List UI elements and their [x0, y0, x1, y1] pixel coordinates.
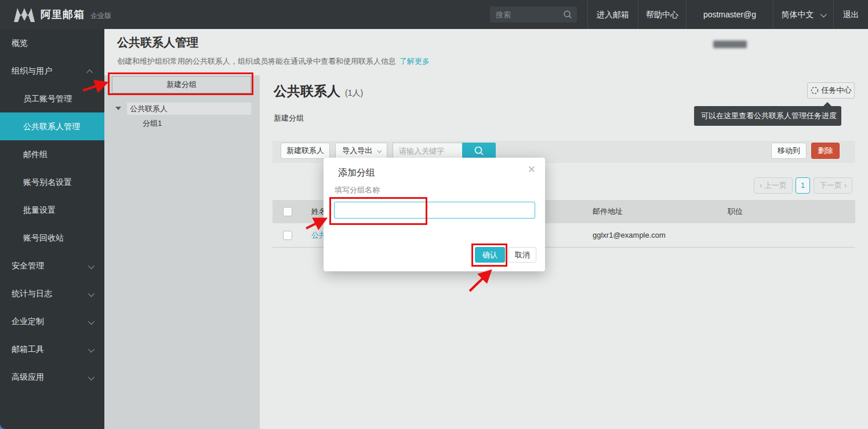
modal-title: 添加分组 [338, 167, 375, 179]
search-icon[interactable] [563, 10, 572, 19]
add-group-modal: 添加分组 ✕ 填写分组名称 确认 取消 [324, 158, 545, 271]
new-group-button[interactable]: 新建分组 [112, 76, 251, 93]
sidebar-item-security[interactable]: 安全管理 [0, 252, 104, 279]
column-header-title: 职位 [728, 200, 743, 223]
task-center-label: 任务中心 [822, 85, 852, 96]
chevron-down-icon [88, 318, 95, 325]
page-title: 公共联系人管理 [117, 35, 198, 50]
keyword-search-button[interactable] [462, 143, 496, 159]
delete-button[interactable]: 删除 [811, 143, 840, 159]
sidebar-item-label: 邮箱工具 [12, 344, 44, 354]
page-description: 创建和维护组织常用的公共联系人，组织成员将能在通讯录中查看和使用联系人信息了解更… [117, 56, 430, 67]
column-header-email: 邮件地址 [593, 200, 623, 223]
top-bar: 阿里邮箱 企业版 进入邮箱 帮助中心 postmaster@g 简体中文 退出 [0, 0, 868, 29]
brand-edition: 企业版 [90, 11, 111, 21]
sidebar-item-label: 概览 [12, 38, 28, 48]
page-number-button[interactable]: 1 [796, 177, 810, 194]
close-icon[interactable]: ✕ [528, 163, 536, 176]
select-all-checkbox[interactable] [283, 207, 292, 216]
sidebar-item-mail-groups[interactable]: 邮件组 [0, 140, 104, 168]
sidebar-item-overview[interactable]: 概览 [0, 29, 104, 57]
chevron-down-icon [88, 374, 95, 380]
sidebar-nav: 概览 组织与用户 员工账号管理 公共联系人管理 邮件组 账号别名设置 批量设置 … [0, 29, 104, 429]
sidebar-item-label: 邮件组 [23, 150, 48, 159]
brand: 阿里邮箱 企业版 [14, 0, 111, 29]
prev-page-button[interactable]: ‹ 上一页 [754, 177, 793, 194]
import-export-label: 导入导出 [342, 146, 372, 155]
sidebar-item-stats-logs[interactable]: 统计与日志 [0, 279, 104, 307]
cancel-button[interactable]: 取消 [509, 247, 536, 263]
admin-console: 阿里邮箱 企业版 进入邮箱 帮助中心 postmaster@g 简体中文 退出 … [0, 0, 868, 429]
group-name-label: 填写分组名称 [335, 185, 380, 195]
sidebar-item-label: 员工账号管理 [23, 94, 72, 103]
sidebar-item-label: 账号回收站 [23, 233, 64, 242]
sidebar-item-alias-settings[interactable]: 账号别名设置 [0, 168, 104, 196]
page-description-text: 创建和维护组织常用的公共联系人，组织成员将能在通讯录中查看和使用联系人信息 [117, 57, 396, 66]
new-contact-button[interactable]: 新建联系人 [281, 143, 330, 159]
import-export-button[interactable]: 导入导出 [335, 143, 387, 159]
logout-label: 退出 [843, 10, 859, 19]
tooltip-arrow [823, 102, 831, 106]
account-menu[interactable]: postmaster@g [686, 0, 773, 29]
chevron-down-icon [88, 290, 95, 297]
task-center-icon [811, 86, 819, 94]
language-label: 简体中文 [782, 10, 814, 19]
brand-name: 阿里邮箱 [41, 8, 85, 21]
sidebar-item-label: 批量设置 [23, 205, 56, 214]
sidebar-item-enterprise-custom[interactable]: 企业定制 [0, 307, 104, 335]
next-page-button[interactable]: 下一页 › [813, 177, 852, 194]
chevron-down-icon [88, 263, 95, 269]
row-checkbox[interactable] [283, 231, 292, 240]
sidebar-item-org-users[interactable]: 组织与用户 [0, 57, 104, 85]
account-label: postmaster@g [703, 10, 756, 19]
sidebar-item-label: 高级应用 [12, 372, 44, 381]
keyword-search-input[interactable] [393, 143, 462, 159]
sidebar-item-label: 安全管理 [12, 261, 44, 270]
move-to-button[interactable]: 移动到 [771, 143, 807, 159]
sidebar-item-account-recycle[interactable]: 账号回收站 [0, 224, 104, 252]
language-menu[interactable]: 简体中文 [773, 0, 833, 29]
sidebar-item-label: 账号别名设置 [23, 177, 72, 187]
chevron-down-icon [377, 148, 382, 152]
help-center-label: 帮助中心 [646, 10, 678, 19]
logout-button[interactable]: 退出 [833, 0, 868, 29]
sidebar-item-public-contacts[interactable]: 公共联系人管理 [0, 112, 104, 140]
sidebar-item-mail-tools[interactable]: 邮箱工具 [0, 335, 104, 363]
group-name-input[interactable] [334, 202, 535, 219]
topbar-search[interactable] [490, 6, 577, 23]
sidebar-item-label: 组织与用户 [12, 66, 52, 75]
triangle-down-icon[interactable] [115, 107, 121, 110]
sidebar-item-advanced-apps[interactable]: 高级应用 [0, 363, 104, 391]
group-tree-panel [104, 75, 260, 429]
sidebar-item-staff-accounts[interactable]: 员工账号管理 [0, 85, 104, 112]
search-icon [474, 146, 484, 156]
sidebar-item-batch-settings[interactable]: 批量设置 [0, 196, 104, 224]
learn-more-link[interactable]: 了解更多 [400, 57, 430, 66]
close-icon[interactable]: ✕ [830, 106, 836, 126]
chevron-up-icon [86, 70, 93, 76]
topbar-search-input[interactable] [490, 6, 558, 23]
enter-mailbox-label: 进入邮箱 [597, 10, 629, 19]
tree-node-group1[interactable]: 分组1 [143, 118, 162, 129]
tooltip-text: 可以在这里查看公共联系人管理任务进度 [701, 106, 837, 126]
sidebar-item-label: 企业定制 [12, 317, 44, 326]
new-group-link[interactable]: 新建分组 [274, 113, 304, 123]
tree-node-root[interactable]: 公共联系人 [127, 103, 251, 115]
chevron-down-icon [820, 11, 827, 17]
sidebar-item-label: 公共联系人管理 [23, 122, 80, 131]
chevron-down-icon [88, 346, 95, 352]
content-title-text: 公共联系人 [274, 83, 340, 99]
help-center-button[interactable]: 帮助中心 [638, 0, 686, 29]
enter-mailbox-button[interactable]: 进入邮箱 [587, 0, 638, 29]
confirm-button[interactable]: 确认 [475, 247, 505, 263]
member-count: (1人) [345, 88, 363, 97]
account-redacted-blur [713, 41, 747, 48]
task-center-button[interactable]: 任务中心 [807, 82, 855, 99]
annotation-arrow-confirm [470, 272, 489, 291]
sidebar-item-label: 统计与日志 [12, 289, 52, 298]
contact-email: gglxr1@example.com [593, 223, 666, 248]
content-title: 公共联系人(1人) [274, 82, 363, 100]
task-center-tooltip: 可以在这里查看公共联系人管理任务进度 ✕ [694, 106, 841, 126]
alimail-logo-icon [14, 7, 35, 22]
